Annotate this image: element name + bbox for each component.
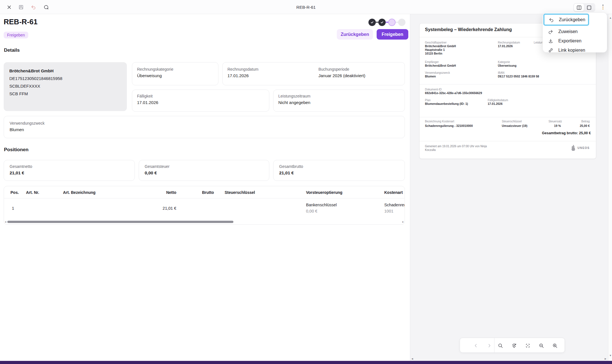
field-value: Januar 2026 (deaktiviert) — [318, 73, 365, 78]
toolbar-divider — [494, 338, 494, 353]
uneos-logo-icon — [570, 144, 576, 151]
item-bezeichnung: Schadenregulierung - 3210010000 — [425, 124, 473, 127]
field-label: Leistungszeitraum — [278, 94, 311, 98]
field-label: Rechnungsdatum — [227, 67, 259, 72]
field-value: Überweisung — [137, 73, 162, 78]
partner-bank: SCB FFM — [9, 91, 28, 96]
partner-name: Brötchen&Brot GmbH — [9, 68, 54, 73]
previous-page-button[interactable] — [471, 341, 481, 350]
items-col-steuerschluessel: Steuerschlüssel — [502, 120, 522, 123]
stepper-step-3-current — [388, 19, 396, 26]
col-artnr: Art. Nr. — [26, 190, 39, 195]
zoom-in-button[interactable] — [550, 341, 560, 350]
divider — [420, 141, 596, 141]
items-col-betrag: Betrag — [581, 120, 590, 123]
field-label: Rechnungskategorie — [137, 67, 173, 72]
field-value: Nicht angegeben — [278, 100, 310, 105]
table-scroll-left-icon[interactable]: ◂ — [5, 220, 6, 223]
document-total: Gesamtbetrag brutto: 25,00 € — [542, 131, 591, 135]
geschaeftspartner-label: Geschäftspartner — [425, 41, 447, 44]
link-icon — [548, 47, 554, 53]
table-scroll-right-icon[interactable]: ▸ — [402, 220, 404, 223]
table-header-divider — [4, 198, 405, 198]
menu-item-link-kopieren[interactable]: Link kopieren — [543, 46, 607, 55]
preview-scroll-left-icon[interactable]: ◂ — [411, 357, 413, 360]
zoom-out-button[interactable] — [537, 341, 546, 350]
preview-scroll-right-icon[interactable]: ▸ — [605, 357, 606, 360]
positionen-heading: Positionen — [4, 147, 29, 153]
actions-dropdown-menu: Zurückgeben Zuweisen Exportieren Link ko… — [542, 12, 607, 53]
total-card-brutto: Gesamtbrutto 21,01 € — [273, 160, 405, 181]
cell-pos: 1 — [12, 206, 14, 211]
split-view-button[interactable] — [574, 4, 584, 11]
menu-item-label: Link kopieren — [558, 48, 585, 53]
field-label: Verwendungszweck — [10, 121, 45, 125]
items-col-steuersatz: Steuersatz — [548, 120, 562, 123]
chevron-right-icon — [487, 343, 492, 348]
zoom-in-icon — [552, 343, 557, 348]
menu-item-exportieren[interactable]: Exportieren — [543, 36, 607, 46]
total-label: Gesamtbrutto — [279, 164, 303, 169]
plan-value: Blumendauerbestellung (ID: 1) — [425, 102, 468, 105]
freigeben-button[interactable]: Freigeben — [377, 29, 408, 40]
scroll-up-icon[interactable]: ▲ — [609, 16, 612, 19]
iban-value: DE17 5123 0502 1846 8159 58 — [498, 75, 539, 78]
items-col-bezeichnung: Bezeichnung Kostenart — [425, 120, 454, 123]
check-icon — [370, 21, 374, 24]
total-card-netto: Gesamtnetto 21,01 € — [4, 160, 135, 181]
vertical-scrollbar[interactable]: ▲ ▼ — [608, 14, 612, 361]
field-label: Fälligkeit — [137, 94, 153, 98]
scroll-down-icon[interactable]: ▼ — [609, 354, 612, 357]
document-footer: Generiert am 19.01.2026 um 07:00 Uhr von… — [425, 144, 496, 152]
divider — [420, 117, 596, 117]
total-card-steuer: Gesamtsteuer 0,00 € — [139, 160, 269, 181]
field-card-datum-periode: Rechnungsdatum 17.01.2026 Buchungsperiod… — [222, 62, 405, 85]
more-menu-button[interactable] — [599, 3, 607, 11]
total-value: 0,00 € — [145, 170, 157, 176]
dokument-id-value: 692e841e-32bc-428e-a7d6-155e30656629 — [425, 91, 482, 95]
stepper-step-1-done — [368, 19, 376, 26]
menu-item-zurueckgeben[interactable]: Zurückgeben — [544, 15, 588, 25]
menu-item-label: Zuweisen — [558, 29, 578, 34]
field-card-verwendungszweck: Verwendungszweck Blumen — [4, 116, 405, 138]
bottom-accent-bar — [0, 361, 612, 364]
single-view-button[interactable] — [584, 4, 594, 11]
menu-item-zuweisen[interactable]: Zuweisen — [543, 27, 607, 36]
geschaeftspartner-line: Hauptstraße 1 — [425, 48, 445, 51]
kategorie-label: Kategorie — [498, 60, 510, 64]
menu-item-label: Exportieren — [558, 38, 581, 44]
plan-label: Plan — [425, 99, 431, 102]
check-icon — [380, 21, 384, 24]
field-value: Blumen — [10, 127, 24, 132]
page-title: REB-R-61 — [4, 18, 38, 26]
verwendungszweck-value: Blumen — [425, 75, 436, 78]
col-steuerschluessel: Steuerschlüssel — [225, 190, 255, 195]
rotate-button[interactable] — [509, 341, 519, 350]
table-horizontal-scrollbar[interactable] — [7, 221, 233, 223]
cell-vorsteueroptierung-value: 0,00 € — [306, 209, 317, 213]
geschaeftspartner-line: 10115 Berlin — [425, 52, 442, 55]
field-label: Buchungsperiode — [318, 67, 349, 72]
col-bezeichnung: Art. Bezeichnung — [63, 190, 96, 195]
split-view-icon — [577, 5, 581, 10]
faelligkeitsdatum-label: Fälligkeitsdatum — [488, 99, 508, 102]
document-title: Systembeleg – Wiederkehrende Zahlung — [425, 27, 512, 32]
zoom-out-icon — [539, 343, 544, 348]
field-card-rechnungskategorie: Rechnungskategorie Überweisung — [132, 62, 218, 85]
redo-arrow-icon — [548, 29, 554, 34]
geschaeftspartner-line: Brötchen&Brot GmbH — [425, 44, 456, 48]
chevron-left-icon — [474, 343, 478, 348]
business-partner-card: Brötchen&Brot GmbH DE1751230502184681595… — [4, 62, 127, 111]
zurueckgeben-button[interactable]: Zurückgeben — [337, 29, 373, 40]
field-card-faelligkeit: Fälligkeit 17.01.2026 — [132, 90, 269, 112]
search-button[interactable] — [496, 341, 505, 350]
divider — [420, 84, 596, 84]
stepper-step-2-done — [378, 19, 386, 26]
view-mode-toggle — [573, 3, 595, 12]
positions-table: Pos. Art. Nr. Art. Bezeichnung Netto Bru… — [4, 186, 405, 225]
empfaenger-value: Brötchen&Brot GmbH — [425, 64, 456, 67]
pdf-viewer-toolbar — [460, 338, 565, 353]
next-page-button[interactable] — [485, 341, 494, 350]
fit-view-button[interactable] — [523, 341, 533, 350]
brand-logo: UNEOS — [570, 144, 590, 151]
